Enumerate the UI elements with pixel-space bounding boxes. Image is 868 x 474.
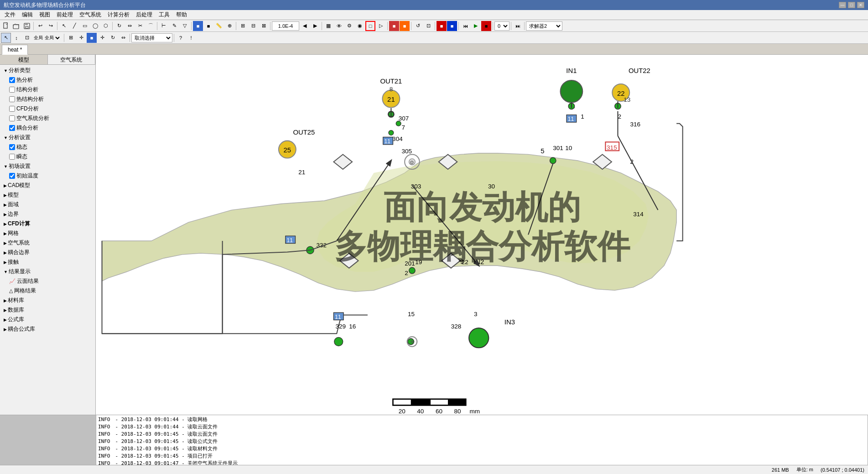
layers-btn[interactable]: ▦ bbox=[323, 21, 333, 31]
close-button[interactable]: ✕ bbox=[857, 2, 864, 8]
dimension-tool[interactable]: ⊢ bbox=[159, 21, 169, 31]
tree-item-thermal-structural[interactable]: 热结构分析 bbox=[0, 94, 95, 104]
transient-check[interactable] bbox=[9, 154, 15, 160]
tree-item-init-temp[interactable]: 初始温度 bbox=[0, 171, 95, 181]
rotate-tool[interactable]: ↻ bbox=[114, 21, 124, 31]
sidebar-tab-air[interactable]: 空气系统 bbox=[48, 55, 96, 64]
solid-rect2-tool[interactable]: ■ bbox=[203, 21, 213, 31]
maximize-button[interactable]: □ bbox=[848, 2, 855, 8]
tree-item-boundary[interactable]: ▶ 边界 bbox=[0, 209, 95, 219]
eye-btn[interactable]: 👁 bbox=[334, 21, 344, 31]
node-tool[interactable]: ⊕ bbox=[224, 21, 234, 31]
circle2-btn[interactable]: ◉ bbox=[355, 21, 365, 31]
value-input[interactable] bbox=[272, 21, 299, 31]
log-content[interactable]: INFO - 2018-12-03 09:01:44 - 读取网格 INFO -… bbox=[96, 415, 868, 465]
menu-edit[interactable]: 编辑 bbox=[19, 10, 36, 20]
coupling-check[interactable] bbox=[9, 125, 15, 131]
filter-tool[interactable]: ▽ bbox=[180, 21, 190, 31]
node-in1[interactable] bbox=[561, 80, 583, 103]
info-btn[interactable]: ! bbox=[186, 33, 196, 43]
steady-check[interactable] bbox=[9, 144, 15, 150]
full-select[interactable]: 全局 bbox=[43, 34, 61, 42]
rect2-btn[interactable]: □ bbox=[365, 21, 375, 31]
thermal-structural-check[interactable] bbox=[9, 96, 15, 102]
tree-item-analysis-settings[interactable]: ▼ 分析设置 bbox=[0, 133, 95, 142]
tree-item-cloud[interactable]: 📈 云面结果 bbox=[0, 276, 95, 286]
snap-tool[interactable]: ⊞ bbox=[238, 21, 248, 31]
tree-item-structural[interactable]: 结构分析 bbox=[0, 85, 95, 94]
undo-button[interactable]: ↩ bbox=[35, 21, 45, 31]
select2-btn[interactable]: ↕ bbox=[11, 33, 21, 43]
rotate3-btn[interactable]: ↻ bbox=[108, 33, 118, 43]
thermal-check[interactable] bbox=[9, 77, 15, 83]
refresh-btn[interactable]: ↺ bbox=[413, 21, 423, 31]
full-btn[interactable]: 全局 全局 bbox=[32, 33, 62, 43]
open-button[interactable] bbox=[11, 21, 21, 31]
menu-tools[interactable]: 工具 bbox=[156, 10, 172, 20]
mirror-tool[interactable]: ⇔ bbox=[125, 21, 135, 31]
move-btn[interactable]: ✛ bbox=[97, 33, 107, 43]
tree-item-initial[interactable]: ▼ 初场设置 bbox=[0, 161, 95, 171]
red-btn[interactable]: ■ bbox=[389, 21, 399, 31]
menu-preprocess[interactable]: 前处理 bbox=[54, 10, 76, 20]
play-btn[interactable]: ▶ bbox=[471, 21, 481, 31]
redo-button[interactable]: ↪ bbox=[46, 21, 56, 31]
menu-calc[interactable]: 计算分析 bbox=[105, 10, 132, 20]
polygon-tool[interactable]: ⬡ bbox=[101, 21, 111, 31]
grid2-btn[interactable]: ⊞ bbox=[66, 33, 76, 43]
menu-view[interactable]: 视图 bbox=[36, 10, 53, 20]
solid-rect-tool[interactable]: ■ bbox=[193, 21, 203, 31]
arrow2-btn[interactable]: ▷ bbox=[376, 21, 386, 31]
box-btn[interactable]: ■ bbox=[87, 33, 97, 43]
menu-post[interactable]: 后处理 bbox=[133, 10, 155, 20]
tree-item-mesh[interactable]: ▶ 网格 bbox=[0, 229, 95, 238]
tree-item-formula[interactable]: ▶ 公式库 bbox=[0, 315, 95, 324]
circle-tool[interactable]: ◯ bbox=[90, 21, 100, 31]
canvas-area[interactable]: 21 OUT21 8 IN1 22 OUT22 13 307 7 OUT25 2… bbox=[96, 55, 868, 415]
solver-select[interactable]: 求解器2 bbox=[526, 21, 562, 31]
cancel-select[interactable]: 取消选择 bbox=[131, 33, 172, 42]
air-system-check[interactable] bbox=[9, 115, 15, 121]
mirror3-btn[interactable]: ⇔ bbox=[118, 33, 128, 43]
tree-item-coupling-formula[interactable]: ▶ 耦合公式库 bbox=[0, 324, 95, 334]
settings-btn[interactable]: ⚙ bbox=[344, 21, 354, 31]
grid-tool[interactable]: ⊟ bbox=[248, 21, 258, 31]
tree-item-model[interactable]: ▶ 模型 bbox=[0, 190, 95, 200]
blue-btn[interactable]: ■ bbox=[447, 21, 457, 31]
measure-tool[interactable]: 📏 bbox=[214, 21, 224, 31]
init-temp-check[interactable] bbox=[9, 173, 15, 179]
zoom-fit-btn[interactable]: ⊠ bbox=[259, 21, 269, 31]
tree-item-coupling[interactable]: 耦合分析 bbox=[0, 123, 95, 133]
tree-item-materials[interactable]: ▶ 材料库 bbox=[0, 296, 95, 305]
cfd-check[interactable] bbox=[9, 106, 15, 112]
new-button[interactable] bbox=[1, 21, 11, 31]
tree-item-transient[interactable]: 瞬态 bbox=[0, 152, 95, 161]
tree-item-database[interactable]: ▶ 数据库 bbox=[0, 305, 95, 315]
tree-item-coupling-bnd[interactable]: ▶ 耦合边界 bbox=[0, 248, 95, 257]
step-select[interactable]: 0 bbox=[494, 21, 509, 31]
menu-help[interactable]: 帮助 bbox=[173, 10, 190, 20]
tab-heat[interactable]: heat * bbox=[2, 45, 28, 55]
tree-item-thermal[interactable]: 热分析 bbox=[0, 75, 95, 85]
fillet-tool[interactable]: ⌒ bbox=[146, 21, 156, 31]
tree-item-cad[interactable]: ▶ CAD模型 bbox=[0, 181, 95, 190]
structural-check[interactable] bbox=[9, 87, 15, 93]
reset-btn[interactable]: ⊡ bbox=[423, 21, 433, 31]
tree-item-cfd-calc[interactable]: ▶ CFD计算 bbox=[0, 219, 95, 229]
save-button[interactable] bbox=[22, 21, 32, 31]
select-btn[interactable]: ↖ bbox=[1, 33, 11, 43]
select3-btn[interactable]: ⊡ bbox=[22, 33, 32, 43]
tree-item-cfd[interactable]: CFD分析 bbox=[0, 104, 95, 114]
tree-item-results[interactable]: ▼ 结果显示 bbox=[0, 267, 95, 276]
sidebar-tab-model[interactable]: 模型 bbox=[0, 55, 48, 64]
right-arrow-btn[interactable]: ▶ bbox=[310, 21, 320, 31]
tree-item-contact[interactable]: ▶ 接触 bbox=[0, 257, 95, 267]
left-arrow-btn[interactable]: ◀ bbox=[300, 21, 310, 31]
minimize-button[interactable]: — bbox=[839, 2, 846, 8]
stop-btn[interactable]: ■ bbox=[481, 21, 491, 31]
help-btn[interactable]: ? bbox=[176, 33, 186, 43]
node-in3[interactable] bbox=[469, 328, 489, 348]
diamond-1[interactable] bbox=[333, 154, 352, 169]
snap2-btn[interactable]: ✛ bbox=[76, 33, 86, 43]
menu-file[interactable]: 文件 bbox=[2, 10, 18, 20]
